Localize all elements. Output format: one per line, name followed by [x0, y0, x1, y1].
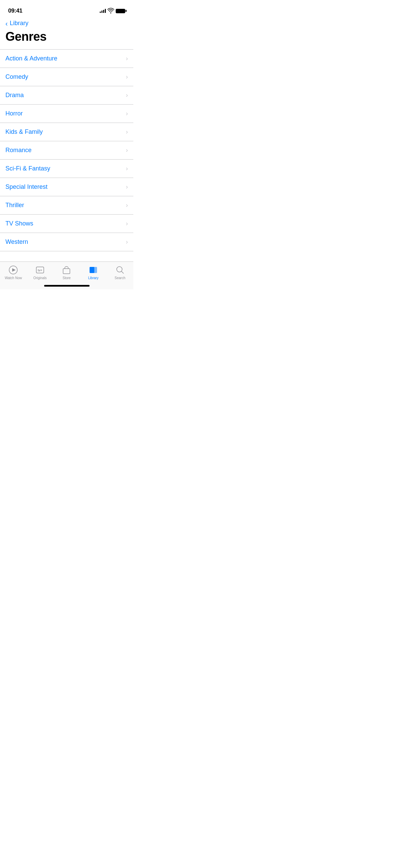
page-title: Genres: [0, 27, 133, 49]
genre-name-horror: Horror: [5, 110, 23, 117]
back-chevron-icon: ‹: [5, 20, 8, 27]
genre-chevron-tv-shows: ›: [126, 220, 128, 227]
genre-chevron-sci-fi: ›: [126, 165, 128, 172]
genre-chevron-comedy: ›: [126, 73, 128, 80]
svg-line-8: [121, 271, 123, 273]
tab-label-search: Search: [115, 276, 126, 280]
tab-label-library: Library: [88, 276, 99, 280]
genre-name-tv-shows: TV Shows: [5, 220, 33, 227]
tab-watch-now[interactable]: Watch Now: [0, 265, 27, 280]
wifi-icon: [108, 9, 114, 13]
genre-item-special-interest[interactable]: Special Interest ›: [0, 178, 133, 196]
status-time: 09:41: [8, 7, 22, 14]
back-label: Library: [10, 20, 28, 27]
genre-item-horror[interactable]: Horror ›: [0, 105, 133, 123]
svg-rect-4: [63, 269, 70, 274]
genre-chevron-western: ›: [126, 238, 128, 246]
tab-icon-originals: tv+: [35, 265, 45, 275]
genre-name-special-interest: Special Interest: [5, 183, 47, 191]
back-nav[interactable]: ‹ Library: [0, 17, 133, 27]
tab-label-store: Store: [63, 276, 71, 280]
genre-list: Action & Adventure › Comedy › Drama › Ho…: [0, 49, 133, 251]
battery-icon: [116, 9, 125, 13]
tab-originals[interactable]: tv+Originals: [27, 265, 54, 280]
genre-name-romance: Romance: [5, 147, 32, 154]
genre-chevron-special-interest: ›: [126, 183, 128, 191]
svg-text:tv+: tv+: [38, 269, 42, 272]
genre-name-comedy: Comedy: [5, 73, 28, 80]
genre-chevron-horror: ›: [126, 110, 128, 117]
genre-item-tv-shows[interactable]: TV Shows ›: [0, 215, 133, 233]
tab-icon-library: [89, 265, 98, 275]
tab-search[interactable]: Search: [107, 265, 133, 280]
genre-chevron-drama: ›: [126, 92, 128, 99]
genre-chevron-romance: ›: [126, 147, 128, 154]
genre-item-drama[interactable]: Drama ›: [0, 86, 133, 105]
genre-name-action: Action & Adventure: [5, 55, 57, 62]
genre-item-sci-fi[interactable]: Sci-Fi & Fantasy ›: [0, 160, 133, 178]
tab-label-originals: Originals: [33, 276, 46, 280]
tab-icon-store: [62, 265, 71, 275]
genre-item-western[interactable]: Western ›: [0, 233, 133, 251]
genre-chevron-action: ›: [126, 55, 128, 62]
svg-rect-6: [93, 267, 97, 273]
genre-chevron-kids-family: ›: [126, 128, 128, 135]
genre-name-drama: Drama: [5, 92, 24, 99]
genre-item-thriller[interactable]: Thriller ›: [0, 196, 133, 215]
genre-item-comedy[interactable]: Comedy ›: [0, 68, 133, 86]
tab-icon-search: [115, 265, 125, 275]
genre-item-romance[interactable]: Romance ›: [0, 141, 133, 160]
home-indicator: [44, 285, 90, 287]
svg-marker-1: [12, 268, 16, 272]
genre-name-sci-fi: Sci-Fi & Fantasy: [5, 165, 50, 172]
status-bar: 09:41: [0, 0, 133, 17]
signal-icon: [100, 9, 106, 13]
genre-chevron-thriller: ›: [126, 202, 128, 209]
tab-label-watch-now: Watch Now: [5, 276, 22, 280]
genre-name-thriller: Thriller: [5, 202, 24, 209]
tab-icon-watch-now: [8, 265, 18, 275]
genre-name-western: Western: [5, 238, 28, 246]
genre-name-kids-family: Kids & Family: [5, 128, 43, 135]
genre-item-kids-family[interactable]: Kids & Family ›: [0, 123, 133, 141]
status-icons: [100, 9, 125, 13]
tab-library[interactable]: Library: [80, 265, 107, 280]
tab-store[interactable]: Store: [53, 265, 80, 280]
genre-item-action[interactable]: Action & Adventure ›: [0, 49, 133, 68]
